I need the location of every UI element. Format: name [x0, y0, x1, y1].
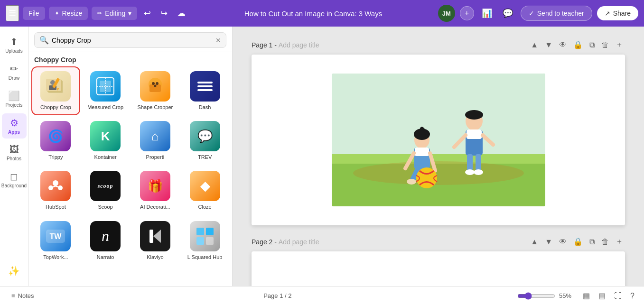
svg-rect-27: [149, 230, 153, 243]
cloud-icon: ☁: [177, 8, 186, 18]
draw-icon: ✏: [10, 63, 18, 74]
notes-button[interactable]: ≡ Notes: [8, 290, 38, 301]
choppycrop-label: Choppy Crop: [40, 104, 71, 111]
draw-label: Draw: [9, 75, 19, 81]
file-button[interactable]: File: [23, 7, 45, 20]
uploads-label: Uploads: [5, 48, 23, 54]
page-lock-button[interactable]: 🔒: [571, 38, 585, 51]
zoom-slider[interactable]: [517, 292, 555, 300]
app-item-dash[interactable]: Dash: [181, 67, 228, 114]
apps-label: Apps: [8, 129, 20, 135]
svg-rect-30: [206, 228, 214, 235]
canvas-page-1[interactable]: [252, 55, 625, 225]
lsquared-icon: [190, 221, 220, 251]
plus-icon: +: [465, 9, 469, 18]
app-item-aidecorati[interactable]: 🎁AI Decorati...: [132, 167, 179, 214]
cloze-label: Cloze: [198, 204, 212, 210]
page-2-header: Page 2 - Add page title ▲ ▼ 👁 🔒 ⧉ 🗑 ＋: [252, 235, 625, 249]
app-item-hubspot[interactable]: HubSpot: [32, 167, 79, 214]
sidebar-item-magic[interactable]: ✨: [2, 261, 27, 280]
analytics-button[interactable]: 📊: [479, 5, 495, 21]
app-item-trev[interactable]: 💬TREV: [181, 117, 228, 164]
app-item-klaviyo[interactable]: Klaviyo: [132, 217, 179, 264]
app-item-trippy[interactable]: 🌀Trippy: [32, 117, 79, 164]
sidebar-item-photos[interactable]: 🖼 Photos: [2, 140, 27, 165]
grid-view-button[interactable]: ▦: [581, 289, 592, 302]
send-to-teacher-button[interactable]: ✓ Send to teacher: [521, 6, 592, 21]
comments-button[interactable]: 💬: [500, 5, 516, 21]
page-2-up-button[interactable]: ▲: [529, 236, 540, 248]
undo-button[interactable]: ↩: [141, 5, 154, 21]
topbar: ☰ File ✦ Resize ✏ Editing ▾ ↩ ↪ ☁ How to…: [0, 0, 644, 27]
resize-button[interactable]: ✦ Resize: [49, 7, 88, 20]
page-up-button[interactable]: ▲: [529, 39, 540, 51]
trev-icon: 💬: [190, 121, 220, 151]
page-down-button[interactable]: ▼: [543, 39, 554, 51]
share-button[interactable]: ↗ Share: [597, 6, 638, 20]
choppycrop-icon: [40, 71, 71, 102]
background-icon: ◻: [10, 171, 18, 182]
app-item-measuredcrop[interactable]: Measured Crop: [82, 67, 129, 114]
editing-label: Editing: [105, 9, 125, 17]
page-2-hide-button[interactable]: 👁: [557, 236, 569, 248]
page-2-add-button[interactable]: ＋: [614, 235, 625, 249]
canvas-page-2[interactable]: [252, 251, 625, 286]
clear-icon: ✕: [215, 37, 221, 44]
page-2-delete-button[interactable]: 🗑: [599, 236, 611, 248]
narrato-label: Narrato: [97, 254, 114, 260]
comment-icon: 💬: [503, 8, 513, 18]
page-hide-button[interactable]: 👁: [557, 39, 569, 51]
menu-button[interactable]: ☰: [6, 5, 19, 21]
app-item-lsquared[interactable]: L Squared Hub: [181, 217, 228, 264]
sidebar-item-uploads[interactable]: ⬆ Uploads: [2, 32, 27, 57]
page-2-container: Page 2 - Add page title ▲ ▼ 👁 🔒 ⧉ 🗑 ＋: [252, 235, 625, 286]
avatar-initials: JM: [442, 10, 451, 17]
page-2-down-button[interactable]: ▼: [543, 236, 554, 248]
hubspot-icon: [40, 171, 71, 201]
resize-label: Resize: [62, 9, 83, 17]
help-button[interactable]: ?: [628, 290, 636, 302]
list-view-button[interactable]: ▤: [597, 289, 607, 302]
measuredcrop-label: Measured Crop: [87, 104, 123, 111]
page-2-lock-button[interactable]: 🔒: [571, 235, 585, 248]
svg-rect-41: [467, 154, 473, 171]
app-item-shapecropper[interactable]: Shape Cropper: [132, 67, 179, 114]
send-teacher-label: Send to teacher: [537, 9, 584, 17]
search-input[interactable]: [52, 37, 213, 44]
avatar[interactable]: JM: [438, 5, 455, 22]
sidebar-item-draw[interactable]: ✏ Draw: [2, 59, 27, 84]
redo-button[interactable]: ↪: [158, 5, 170, 21]
add-collaborator-button[interactable]: +: [460, 6, 474, 20]
app-item-choppycrop[interactable]: Choppy Crop: [32, 67, 79, 114]
svg-rect-31: [196, 237, 204, 245]
sidebar: ⬆ Uploads ✏ Draw ⬜ Projects ⚙ Apps 🖼 Pho…: [0, 27, 28, 286]
kontainer-label: Kontainer: [94, 154, 117, 160]
svg-point-43: [465, 169, 475, 175]
cloud-save-button[interactable]: ☁: [174, 5, 188, 21]
app-item-topwork[interactable]: TW TopWork...: [32, 217, 79, 264]
uploads-icon: ⬆: [10, 36, 18, 47]
page-2-duplicate-button[interactable]: ⧉: [588, 236, 597, 248]
sidebar-item-projects[interactable]: ⬜ Projects: [2, 86, 27, 111]
sidebar-item-apps[interactable]: ⚙ Apps: [2, 113, 27, 139]
trippy-label: Trippy: [48, 154, 63, 160]
fullscreen-button[interactable]: ⛶: [612, 290, 624, 302]
search-clear-button[interactable]: ✕: [215, 37, 221, 44]
sidebar-item-background[interactable]: ◻ Background: [2, 167, 27, 192]
editing-button[interactable]: ✏ Editing ▾: [92, 7, 137, 20]
page-delete-button[interactable]: 🗑: [599, 39, 611, 51]
menu-icon: ☰: [9, 9, 16, 18]
app-item-properti[interactable]: ⌂Properti: [132, 117, 179, 164]
app-item-narrato[interactable]: n Narrato: [82, 217, 129, 264]
svg-point-36: [353, 161, 524, 185]
svg-point-38: [465, 110, 483, 120]
page-duplicate-button[interactable]: ⧉: [588, 39, 597, 51]
svg-text:n: n: [102, 227, 109, 244]
app-item-cloze[interactable]: ◆Cloze: [181, 167, 228, 214]
page-add-button[interactable]: ＋: [614, 38, 625, 52]
kontainer-icon: K: [90, 121, 121, 151]
apps-panel: 🔍 ✕ Choppy Crop Choppy Crop: [28, 27, 233, 286]
app-item-scoop[interactable]: scoopScoop: [82, 167, 129, 214]
hubspot-label: HubSpot: [46, 204, 66, 210]
app-item-kontainer[interactable]: KKontainer: [82, 117, 129, 164]
